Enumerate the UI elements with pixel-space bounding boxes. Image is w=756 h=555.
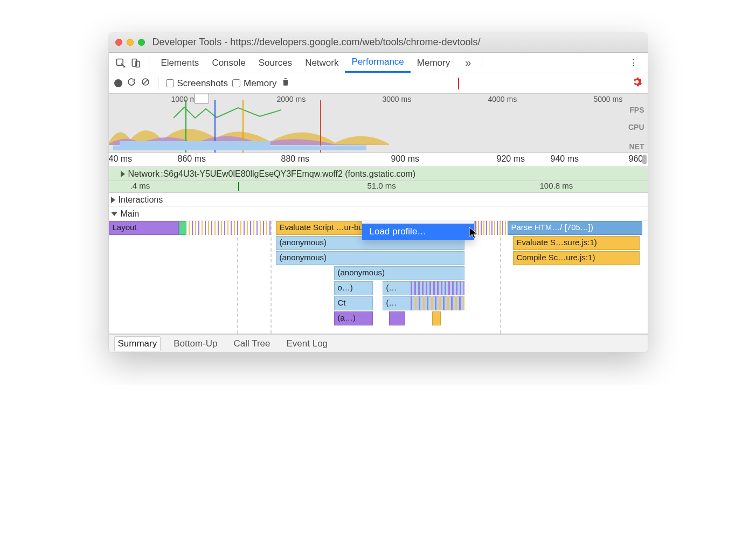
ruler-tick: 920 ms — [497, 154, 525, 164]
net-bar — [120, 141, 271, 146]
flame-event[interactable]: Parse HTM…/ [705…]) — [508, 221, 642, 235]
context-menu: Save profile… Load profile… — [362, 221, 475, 240]
ruler-tick: 860 ms — [178, 154, 206, 164]
zoom-window-button[interactable] — [138, 39, 145, 46]
divider — [458, 78, 459, 89]
overview-tick: 5000 ms — [594, 95, 623, 103]
screenshots-label: Screenshots — [177, 78, 228, 89]
frames-track[interactable]: .4 ms 51.0 ms 100.8 ms — [109, 181, 648, 193]
context-menu-load-profile[interactable]: Load profile… — [362, 224, 474, 240]
flame-event[interactable]: (anonymous) — [334, 266, 464, 280]
overview-lane-net: NET — [629, 142, 644, 151]
network-request-detail: :S6g4U3t-Y5UEw0lE80llgEseQY3FEmqw.woff2 … — [161, 169, 415, 179]
overview-tick: 2000 ms — [277, 95, 306, 103]
main-label: Main — [121, 209, 140, 219]
record-button[interactable] — [114, 79, 122, 87]
overview-marker — [320, 100, 321, 152]
flame-event[interactable]: (anonymous) — [276, 251, 464, 265]
inspect-element-icon[interactable] — [113, 58, 128, 68]
clear-button[interactable] — [141, 77, 150, 89]
expand-icon — [121, 171, 125, 177]
devtools-menu-button[interactable]: ⋮ — [625, 57, 643, 68]
tab-summary[interactable]: Summary — [114, 336, 161, 351]
flame-event[interactable]: o…) — [334, 281, 373, 295]
checkbox-icon — [166, 79, 174, 87]
tab-sources[interactable]: Sources — [252, 53, 299, 73]
minimize-window-button[interactable] — [127, 39, 134, 46]
interactions-label: Interactions — [119, 195, 163, 205]
overview-lane-cpu: CPU — [628, 123, 644, 131]
flame-event[interactable]: Layout — [109, 221, 179, 235]
ruler-tick: 960 — [629, 154, 643, 164]
interactions-track[interactable]: Interactions — [109, 193, 648, 207]
network-track[interactable]: Network :S6g4U3t-Y5UEw0lE80llgEseQY3FEmq… — [109, 167, 648, 181]
devtools-window: Developer Tools - https://developers.goo… — [109, 32, 648, 352]
overview-lane-fps: FPS — [629, 106, 644, 114]
checkbox-icon — [232, 79, 240, 87]
flame-event[interactable]: Evaluate S…sure.js:1) — [513, 236, 640, 250]
guide-line — [237, 221, 238, 334]
frame-boundary — [238, 182, 239, 191]
close-window-button[interactable] — [115, 39, 122, 46]
flame-chart[interactable]: Layout Evaluate Script …ur-bundle.js:1) … — [109, 221, 648, 334]
divider — [158, 78, 158, 89]
tab-event-log[interactable]: Event Log — [283, 337, 331, 351]
window-controls — [115, 39, 145, 46]
frame-time: .4 ms — [130, 181, 150, 190]
overview-selection-handle[interactable] — [194, 94, 209, 103]
overview-tick: 3000 ms — [383, 95, 412, 103]
devtools-tabbar: Elements Console Sources Network Perform… — [109, 53, 648, 73]
guide-line — [271, 221, 272, 334]
memory-checkbox[interactable]: Memory — [232, 78, 276, 89]
reload-record-button[interactable] — [127, 77, 136, 89]
guide-line — [500, 221, 501, 334]
expand-icon — [111, 197, 115, 203]
flame-event[interactable] — [389, 311, 405, 325]
frame-time: 51.0 ms — [367, 181, 396, 190]
performance-toolbar: Screenshots Memory — [109, 73, 648, 94]
memory-label: Memory — [244, 78, 276, 89]
window-title: Developer Tools - https://developers.goo… — [152, 37, 481, 48]
details-tabbar: Summary Bottom-Up Call Tree Event Log — [109, 334, 648, 352]
tab-performance[interactable]: Performance — [345, 53, 410, 73]
tab-network[interactable]: Network — [299, 53, 345, 73]
device-toolbar-icon[interactable] — [128, 58, 143, 68]
flame-event[interactable] — [432, 311, 441, 325]
capture-settings-button[interactable] — [632, 77, 642, 90]
flame-event[interactable] — [179, 221, 186, 235]
network-track-label: Network — [128, 169, 160, 179]
tab-call-tree[interactable]: Call Tree — [230, 337, 273, 351]
divider — [482, 57, 482, 69]
small-events — [179, 221, 271, 235]
svg-line-4 — [143, 80, 148, 85]
small-events — [411, 296, 464, 310]
titlebar: Developer Tools - https://developers.goo… — [109, 32, 648, 53]
collect-garbage-button[interactable] — [281, 77, 290, 89]
fps-chart — [174, 105, 281, 121]
more-tabs-button[interactable]: » — [460, 57, 476, 69]
net-bar — [113, 145, 366, 150]
ruler-tick: 880 ms — [281, 154, 309, 164]
flame-event[interactable]: Ct — [334, 296, 373, 310]
ruler-tick: 900 ms — [391, 154, 419, 164]
screenshots-checkbox[interactable]: Screenshots — [166, 78, 228, 89]
tab-memory[interactable]: Memory — [411, 53, 456, 73]
small-events — [411, 281, 464, 295]
ruler-tick: 40 ms — [109, 154, 133, 164]
tab-bottom-up[interactable]: Bottom-Up — [170, 337, 220, 351]
frame-time: 100.8 ms — [540, 181, 573, 190]
flame-event[interactable]: Compile Sc…ure.js:1) — [513, 251, 640, 265]
main-track-header[interactable]: Main — [109, 207, 648, 221]
tracks: Network :S6g4U3t-Y5UEw0lE80llgEseQY3FEmq… — [109, 167, 648, 334]
cursor-icon — [468, 226, 479, 241]
collapse-icon — [111, 212, 117, 216]
ruler-tick: 940 ms — [551, 154, 579, 164]
tab-console[interactable]: Console — [205, 53, 252, 73]
divider — [149, 57, 149, 69]
flame-ruler[interactable]: 40 ms 860 ms 880 ms 900 ms 920 ms 940 ms… — [109, 153, 648, 167]
small-events — [475, 221, 508, 235]
scrollbar-thumb[interactable] — [642, 155, 647, 164]
flame-event[interactable]: (a…) — [334, 311, 373, 325]
timeline-overview[interactable]: 1000 ms 2000 ms 3000 ms 4000 ms 5000 ms … — [109, 94, 648, 153]
tab-elements[interactable]: Elements — [155, 53, 206, 73]
